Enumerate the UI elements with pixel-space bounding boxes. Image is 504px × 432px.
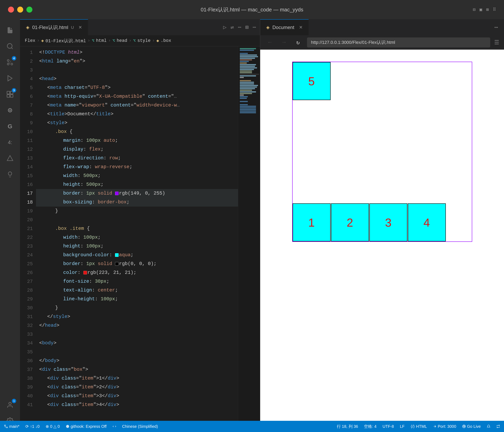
- preview-tab-close[interactable]: ✕: [299, 25, 303, 30]
- status-errors[interactable]: ⊗ 0 △ 0: [45, 424, 60, 429]
- minimize-button[interactable]: [17, 7, 23, 13]
- tab-actions: ▷ ⇌ ⋯ ⊞ ⋯: [223, 24, 260, 31]
- tab-close-button[interactable]: ✕: [78, 25, 82, 30]
- preview-panel: ◈ Document ✕ ⋯ ← → ↻ http://127.0.0.1:30…: [260, 19, 504, 432]
- url-bar[interactable]: http://127.0.0.1:3000/Flex/01-Flex认识.htm…: [307, 38, 490, 47]
- status-golive[interactable]: Go Live: [462, 424, 481, 429]
- code-line-38: <div class="item">1</div>: [36, 374, 238, 383]
- code-line-36: </body>: [36, 356, 238, 365]
- status-eol[interactable]: LF: [400, 424, 405, 429]
- code-line-1: <!DOCTYPE html>: [36, 48, 238, 57]
- code-content[interactable]: <!DOCTYPE html> <html lang="en"> <head>: [36, 47, 238, 432]
- svg-line-1: [11, 48, 13, 49]
- code-line-40: <div class="item">3</div>: [36, 392, 238, 400]
- svg-rect-8: [7, 95, 10, 97]
- code-line-21: .box .item {: [36, 224, 238, 233]
- status-spaces[interactable]: 空格: 4: [364, 424, 376, 429]
- more-icon[interactable]: ⠿: [493, 7, 496, 12]
- extensions-icon[interactable]: 3: [3, 87, 17, 101]
- search-icon[interactable]: [3, 39, 17, 53]
- github-icon[interactable]: ⊙: [3, 103, 17, 117]
- preview-more-icon[interactable]: ⋯: [495, 24, 498, 31]
- code-line-9: <style>: [36, 119, 238, 127]
- breadcrumb-file-icon: ◈: [41, 38, 44, 43]
- code-line-23: height: 100px;: [36, 242, 238, 251]
- close-button[interactable]: [8, 7, 14, 13]
- source-control-icon[interactable]: 4: [3, 55, 17, 69]
- window-title: 01-Flex认识.html — mac_code — mac_yyds: [201, 6, 303, 13]
- run-icon[interactable]: [3, 71, 17, 85]
- status-live-share[interactable]: [113, 425, 116, 428]
- status-githook[interactable]: githook: Express Off: [66, 424, 107, 429]
- status-row-col[interactable]: 行 18, 列 36: [337, 424, 358, 429]
- browser-menu-button[interactable]: ☰: [494, 39, 499, 46]
- code-line-5: <meta charset="UTF-8">: [36, 83, 238, 92]
- code-line-37: <div class="box">: [36, 365, 238, 374]
- code-line-17: border: 1px solid rgb(149, 0, 255): [36, 189, 238, 198]
- status-notifications[interactable]: [487, 424, 490, 429]
- breadcrumb-head-tag-icon: ⌥: [112, 38, 115, 43]
- status-encoding[interactable]: UTF-8: [383, 424, 394, 429]
- extra-options-icon[interactable]: ⋯: [252, 24, 256, 31]
- breadcrumb-head[interactable]: head: [117, 38, 127, 43]
- editor-tab-bar: ◈ 01-Flex认识.html U ✕ ▷ ⇌ ⋯ ⊞ ⋯: [20, 19, 260, 35]
- status-chinese[interactable]: Chinese (Simplified): [122, 424, 158, 429]
- four-square-icon[interactable]: 4:: [3, 135, 17, 149]
- svg-point-13: [7, 427, 8, 428]
- window: 01-Flex认识.html — mac_code — mac_yyds ⊟ ▣…: [0, 0, 504, 432]
- window-controls: ⊟ ▣ ⊞ ⠿: [473, 7, 496, 12]
- breadcrumb-flex[interactable]: Flex: [25, 38, 36, 43]
- githook-text: githook: Express Off: [71, 424, 107, 429]
- status-branch[interactable]: main*: [4, 424, 19, 429]
- code-line-30: }: [36, 303, 238, 312]
- minimap[interactable]: [238, 47, 260, 432]
- svg-point-0: [7, 44, 12, 48]
- breadcrumb-filename[interactable]: 01-Flex认识.html: [45, 38, 86, 44]
- breadcrumb-html[interactable]: html: [96, 38, 107, 43]
- forward-button[interactable]: →: [279, 38, 289, 47]
- url-text: http://127.0.0.1:3000/Flex/01-Flex认识.htm…: [311, 39, 395, 46]
- code-line-35: [36, 347, 238, 356]
- breadcrumb-selector-icon: ◆: [156, 38, 159, 43]
- svg-point-4: [7, 63, 9, 65]
- status-language[interactable]: ⟨/⟩ HTML: [411, 424, 427, 429]
- code-line-39: <div class="item">2</div>: [36, 383, 238, 392]
- breadcrumb-box[interactable]: .box: [161, 38, 171, 43]
- bulb-icon[interactable]: [3, 167, 17, 181]
- split-view-icon[interactable]: ⇌: [231, 24, 234, 31]
- extensions-badge: 3: [12, 88, 16, 93]
- code-line-27: font-size: 30px;: [36, 277, 238, 286]
- line-numbers: 1 2 3 4 5 6 7 8 9 10 11 12 13 14: [20, 47, 36, 432]
- refresh-button[interactable]: ↻: [293, 38, 303, 47]
- port-text: Port: 3000: [438, 424, 456, 429]
- files-icon[interactable]: [3, 23, 17, 37]
- triangle-icon[interactable]: [3, 151, 17, 165]
- more-tabs-icon[interactable]: ⋯: [238, 24, 241, 31]
- preview-tab-document[interactable]: ◈ Document ✕: [260, 19, 309, 35]
- code-line-7: <meta name="viewport" content="width=dev…: [36, 101, 238, 110]
- breadcrumb-style[interactable]: style: [137, 38, 151, 43]
- split-vertical-icon[interactable]: ⊞: [486, 7, 489, 12]
- flex-box: 5 1 2 3 4: [292, 62, 472, 242]
- sync-icon: ⟳: [25, 424, 29, 429]
- breadcrumb: Flex › ◈ 01-Flex认识.html › ⌥ html › ⌥ hea…: [20, 35, 260, 47]
- svg-rect-6: [7, 91, 10, 94]
- layout-icon[interactable]: ▣: [480, 7, 482, 12]
- gitkraken-icon[interactable]: G: [3, 119, 17, 133]
- status-sync[interactable]: ⟳ ↑1 ↓0: [25, 424, 40, 429]
- sync-text: ↑1 ↓0: [30, 424, 40, 429]
- back-button[interactable]: ←: [265, 38, 275, 47]
- status-broadcast[interactable]: [496, 424, 500, 429]
- account-icon[interactable]: 1: [3, 398, 17, 412]
- status-bar: main* ⟳ ↑1 ↓0 ⊗ 0 △ 0 githook: Express O…: [0, 421, 504, 432]
- split-editor-icon[interactable]: ⊟: [473, 7, 475, 12]
- split-editor-right-icon[interactable]: ⊞: [245, 24, 249, 31]
- svg-point-14: [5, 425, 6, 426]
- run-file-icon[interactable]: ▷: [223, 24, 227, 31]
- editor-tab-active[interactable]: ◈ 01-Flex认识.html U ✕: [20, 19, 88, 35]
- code-area[interactable]: 1 2 3 4 5 6 7 8 9 10 11 12 13 14: [20, 47, 260, 432]
- svg-rect-9: [10, 95, 13, 97]
- maximize-button[interactable]: [27, 7, 32, 13]
- status-port[interactable]: Port: 3000: [433, 424, 456, 429]
- breadcrumb-tag-icon: ⌥: [92, 38, 94, 43]
